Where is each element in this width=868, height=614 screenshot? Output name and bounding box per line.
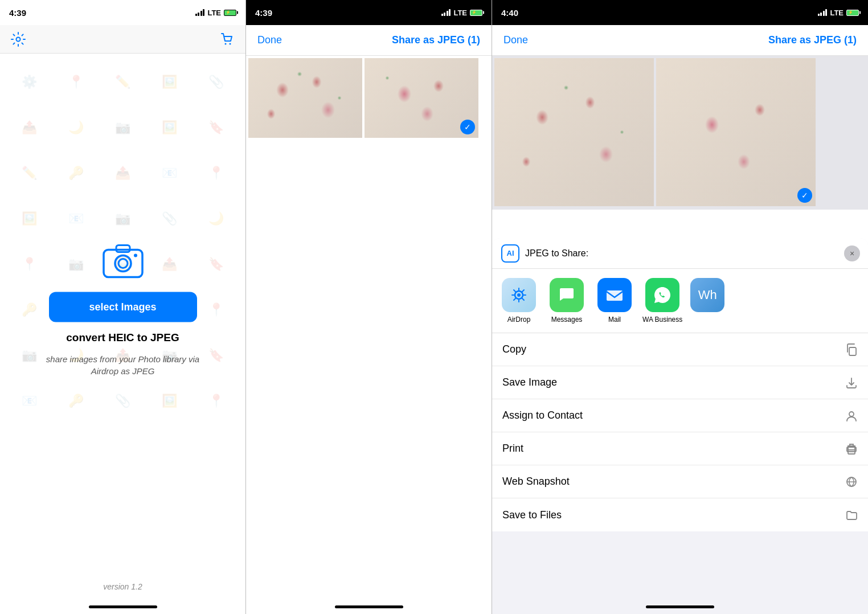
save-files-label: Save to Files (502, 509, 562, 521)
svg-point-7 (134, 254, 137, 257)
svg-rect-10 (607, 290, 623, 301)
app-item-airdrop[interactable]: AirDrop (499, 278, 539, 324)
airdrop-icon (502, 278, 536, 312)
selected-check-2: ✓ (460, 120, 475, 134)
action-save-files[interactable]: Save to Files (492, 498, 868, 531)
status-bar-1: 4:39 LTE ⚡ (0, 0, 245, 25)
save-files-icon (845, 509, 858, 521)
share-header: AI JPEG to Share: × (492, 238, 868, 269)
assign-contact-icon (845, 410, 858, 422)
wa-icon (645, 278, 679, 312)
app-item-messages[interactable]: Messages (547, 278, 587, 324)
photo-thumb-2[interactable]: ✓ (365, 58, 478, 138)
messages-icon (550, 278, 584, 312)
done-button-2[interactable]: Done (257, 34, 282, 46)
svg-rect-6 (116, 245, 130, 252)
action-save-image[interactable]: Save Image (492, 366, 868, 399)
nav-bar-3: Done Share as JPEG (1) (492, 25, 868, 56)
save-image-label: Save Image (502, 376, 557, 388)
convert-title: convert HEIC to JPEG (66, 331, 179, 344)
print-icon (845, 443, 858, 455)
status-icons-2: LTE ⚡ (441, 9, 482, 17)
app-item-mail[interactable]: Mail (595, 278, 634, 324)
battery-icon-3: ⚡ (846, 10, 859, 16)
battery-icon-2: ⚡ (470, 10, 482, 16)
mail-icon (597, 278, 632, 312)
more-app-icon: Wh (690, 278, 724, 312)
screen2: 4:39 LTE ⚡ Done Share as JPEG (1) (246, 0, 492, 614)
copy-icon (845, 343, 858, 356)
convert-subtitle: share images from your Photo library via… (43, 353, 203, 377)
action-copy[interactable]: Copy (492, 333, 868, 366)
preview-photo-1[interactable] (494, 58, 654, 206)
airdrop-label: AirDrop (507, 316, 531, 324)
action-print[interactable]: Print (492, 432, 868, 465)
signal-icon-1 (195, 9, 205, 16)
camera-icon-large (100, 238, 146, 283)
done-button-3[interactable]: Done (503, 34, 528, 46)
screen3: 4:40 LTE ⚡ Done Share as JPEG (1) (492, 0, 868, 614)
assign-contact-label: Assign to Contact (502, 410, 583, 421)
svg-point-1 (225, 43, 227, 44)
preview-photo-2[interactable]: ✓ (656, 58, 816, 206)
main-content: select Images convert HEIC to JPEG share… (43, 238, 203, 377)
share-jpeg-button-3[interactable]: Share as JPEG (1) (768, 34, 857, 46)
action-assign-contact[interactable]: Assign to Contact (492, 399, 868, 432)
settings-icon[interactable] (10, 31, 26, 47)
status-bar-2: 4:39 LTE ⚡ (246, 0, 492, 25)
action-list: Copy Save Image (492, 333, 868, 531)
status-icons-3: LTE ⚡ (818, 9, 859, 17)
battery-lightning-3: ⚡ (848, 10, 853, 15)
lte-label-2: LTE (453, 9, 467, 17)
battery-lightning-2: ⚡ (472, 10, 477, 15)
home-indicator-2 (335, 605, 403, 608)
close-share-button[interactable]: × (844, 245, 860, 261)
lte-label-1: LTE (207, 9, 221, 17)
share-title-text: JPEG to Share: (525, 248, 588, 259)
photo-preview-area: ✓ (492, 56, 868, 210)
nav-bar-2: Done Share as JPEG (1) (246, 25, 492, 56)
battery-icon-1: ⚡ (224, 10, 236, 16)
signal-icon-3 (818, 9, 828, 16)
photo-image-1 (248, 58, 362, 138)
status-icons-1: LTE ⚡ (195, 9, 236, 17)
signal-icon-2 (441, 9, 451, 16)
app-item-wa-business[interactable]: WA Business (642, 278, 682, 324)
close-icon: × (850, 249, 854, 258)
time-2: 4:39 (255, 8, 272, 18)
version-label: version 1.2 (103, 582, 142, 591)
preview-image-1 (494, 58, 654, 206)
svg-point-12 (849, 412, 854, 416)
share-jpeg-button-2[interactable]: Share as JPEG (1) (392, 34, 480, 46)
photo-thumb-1[interactable] (248, 58, 362, 138)
time-3: 4:40 (501, 8, 518, 18)
time-1: 4:39 (9, 8, 26, 18)
print-label: Print (502, 443, 523, 455)
lte-label-3: LTE (830, 9, 844, 17)
battery-lightning-1: ⚡ (226, 10, 231, 15)
wa-business-label: WA Business (642, 316, 682, 324)
ai-badge-text: AI (507, 249, 514, 257)
action-web-snapshot[interactable]: Web Snapshot (492, 465, 868, 498)
web-snapshot-label: Web Snapshot (502, 476, 570, 488)
photo-grid-2: ✓ (246, 56, 492, 140)
home-indicator-3 (646, 605, 714, 608)
svg-point-0 (17, 37, 21, 41)
app-item-more[interactable]: Wh (690, 278, 724, 324)
select-images-button[interactable]: select Images (49, 292, 197, 322)
ai-badge: AI (501, 244, 519, 263)
screen1: 4:39 LTE ⚡ (0, 0, 246, 614)
messages-label: Messages (551, 316, 583, 324)
cart-icon[interactable] (219, 31, 235, 47)
svg-point-2 (230, 43, 231, 44)
svg-rect-11 (849, 347, 856, 355)
selected-check-3: ✓ (797, 188, 812, 203)
preview-image-2 (656, 58, 816, 206)
home-indicator-1 (89, 605, 157, 608)
nav-bar-1 (0, 25, 245, 54)
web-snapshot-icon (845, 476, 858, 488)
app-row: AirDrop Messages Mail (492, 269, 868, 333)
mail-label: Mail (608, 316, 621, 324)
svg-point-4 (115, 256, 131, 272)
svg-point-9 (517, 293, 521, 297)
